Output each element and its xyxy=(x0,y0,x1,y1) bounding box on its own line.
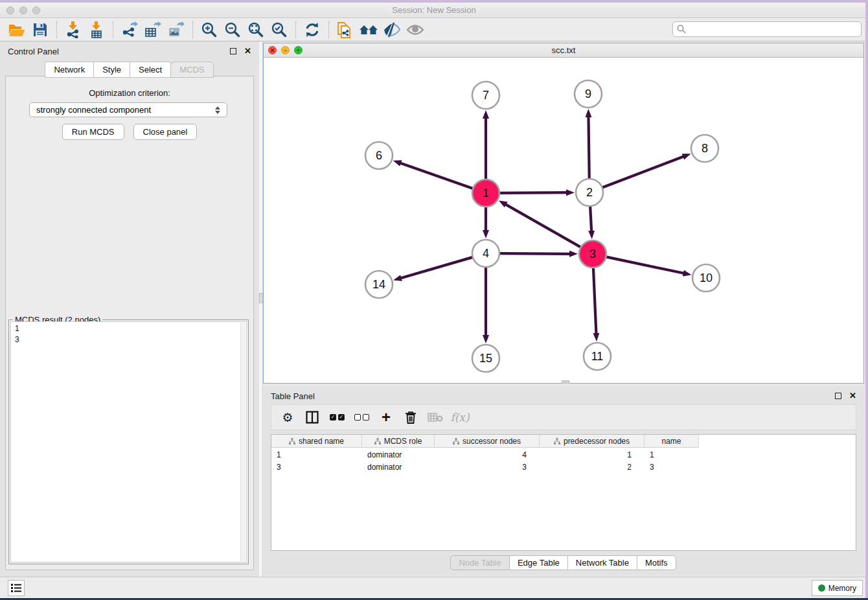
import-table-button[interactable] xyxy=(85,20,108,40)
table-cell[interactable]: dominator xyxy=(362,450,435,460)
network-window-titlebar[interactable]: ✕ − + scc.txt xyxy=(264,43,863,58)
function-builder-button[interactable]: f(x) xyxy=(449,407,471,428)
mcds-result-group: MCDS result (2 nodes) 13 xyxy=(8,319,249,564)
tab-motifs[interactable]: Motifs xyxy=(637,555,676,570)
table-row[interactable]: 3dominator323 xyxy=(271,462,856,472)
zoom-selected-icon xyxy=(271,21,288,38)
node-table[interactable]: shared nameMCDS rolesuccessor nodesprede… xyxy=(271,434,856,551)
edge-1-2[interactable] xyxy=(499,192,567,193)
network-canvas[interactable]: 7968124314101511 xyxy=(264,58,863,383)
edge-1-6[interactable] xyxy=(400,163,473,189)
table-cell[interactable]: 3 xyxy=(271,462,362,472)
table-cell[interactable]: dominator xyxy=(362,462,435,472)
save-session-button[interactable] xyxy=(29,20,52,40)
search-field[interactable] xyxy=(672,21,862,37)
table-options-button[interactable]: ⚙ xyxy=(277,407,299,428)
tab-node-table[interactable]: Node Table xyxy=(450,555,510,570)
network-window: ✕ − + scc.txt 7968124314101511 xyxy=(263,43,864,384)
neighbors-button[interactable] xyxy=(357,20,380,40)
open-file-icon xyxy=(8,23,25,37)
export-network-button[interactable] xyxy=(118,20,141,40)
tab-select[interactable]: Select xyxy=(130,62,171,78)
memory-button[interactable]: Memory xyxy=(812,580,863,596)
edge-3-11[interactable] xyxy=(593,268,597,334)
column-label: MCDS role xyxy=(384,437,422,446)
export-network-icon xyxy=(121,21,138,38)
tab-network-table[interactable]: Network Table xyxy=(567,555,637,570)
node-label-3: 3 xyxy=(589,248,596,260)
zoom-fit-button[interactable] xyxy=(244,20,268,40)
column-header-predecessor-nodes[interactable]: predecessor nodes xyxy=(540,435,645,448)
tab-edge-table[interactable]: Edge Table xyxy=(509,555,568,570)
tab-network[interactable]: Network xyxy=(45,62,94,78)
function-icon: f(x) xyxy=(450,411,469,424)
table-panel-float-icon[interactable] xyxy=(835,393,841,399)
control-panel-float-icon[interactable] xyxy=(230,48,236,54)
delete-rows-button[interactable] xyxy=(400,407,422,428)
network-canvas-svg: 7968124314101511 xyxy=(264,58,863,383)
table-cell[interactable]: 1 xyxy=(271,450,362,460)
tab-mcds[interactable]: MCDS xyxy=(170,62,213,78)
window-right-edge xyxy=(865,0,868,600)
select-stepper-icon xyxy=(215,106,220,114)
edge-2-3[interactable] xyxy=(590,206,591,231)
criterion-value: strongly connected component xyxy=(36,105,151,115)
tab-style[interactable]: Style xyxy=(93,62,130,78)
control-panel-close-icon[interactable]: ✕ xyxy=(244,48,251,54)
column-type-icon xyxy=(554,438,560,444)
toolbar-separator xyxy=(192,21,193,38)
import-network-button[interactable] xyxy=(62,20,85,40)
column-header-name[interactable]: name xyxy=(645,435,699,448)
edge-3-10[interactable] xyxy=(606,257,684,273)
network-window-resize-handle[interactable] xyxy=(562,380,569,384)
refresh-button[interactable] xyxy=(301,20,324,40)
table-panel-close-icon[interactable]: ✕ xyxy=(849,393,856,399)
zoom-out-button[interactable] xyxy=(221,20,244,40)
column-header-successor-nodes[interactable]: successor nodes xyxy=(435,435,540,448)
export-table-button[interactable] xyxy=(141,20,165,40)
select-all-button[interactable] xyxy=(326,407,348,428)
edge-4-3[interactable] xyxy=(499,253,570,254)
close-panel-button[interactable]: Close panel xyxy=(133,124,198,140)
control-panel-header: Control Panel ✕ xyxy=(0,41,259,61)
mcds-panel: Optimization criterion: strongly connect… xyxy=(5,76,254,570)
duplicate-network-button[interactable] xyxy=(334,20,357,40)
unchecked-checkboxes-icon xyxy=(354,414,369,421)
table-cell[interactable]: 3 xyxy=(435,462,540,472)
column-header-shared-name[interactable]: shared name xyxy=(271,435,362,448)
app-title: Session: New Session xyxy=(0,5,868,15)
edge-2-8[interactable] xyxy=(602,156,684,187)
edge-4-14[interactable] xyxy=(401,257,473,278)
zoom-in-button[interactable] xyxy=(198,20,221,40)
open-file-button[interactable] xyxy=(5,20,29,40)
eye-button[interactable] xyxy=(404,20,427,40)
mcds-result-area[interactable]: 13 xyxy=(10,321,247,562)
column-header-MCDS-role[interactable]: MCDS role xyxy=(362,435,435,448)
table-cell[interactable]: 1 xyxy=(645,450,699,460)
result-scrollbar[interactable] xyxy=(240,323,246,561)
run-mcds-button[interactable]: Run MCDS xyxy=(62,124,124,140)
zoom-selected-button[interactable] xyxy=(268,20,291,40)
criterion-select[interactable]: strongly connected component xyxy=(29,102,227,117)
export-image-button[interactable] xyxy=(165,20,188,40)
hide-labels-button[interactable] xyxy=(380,20,404,40)
split-columns-button[interactable] xyxy=(301,407,323,428)
delete-table-button[interactable] xyxy=(424,407,446,428)
table-cell[interactable]: 4 xyxy=(435,450,540,460)
table-panel-header: Table Panel ✕ xyxy=(263,386,864,406)
task-history-button[interactable] xyxy=(8,580,25,596)
export-table-icon xyxy=(144,21,161,38)
edge-3-1[interactable] xyxy=(505,204,580,247)
add-row-button[interactable]: + xyxy=(375,407,397,428)
search-input[interactable] xyxy=(689,25,861,34)
table-cell[interactable]: 2 xyxy=(540,462,645,472)
deselect-all-button[interactable] xyxy=(350,407,372,428)
node-label-2: 2 xyxy=(586,186,593,199)
edge-2-9[interactable] xyxy=(588,117,589,179)
eye-icon xyxy=(406,23,424,36)
table-cell[interactable]: 3 xyxy=(645,462,699,472)
table-cell[interactable]: 1 xyxy=(540,450,645,460)
plus-icon: + xyxy=(382,411,391,424)
table-row[interactable]: 1dominator411 xyxy=(271,450,856,460)
main-toolbar xyxy=(0,18,868,41)
